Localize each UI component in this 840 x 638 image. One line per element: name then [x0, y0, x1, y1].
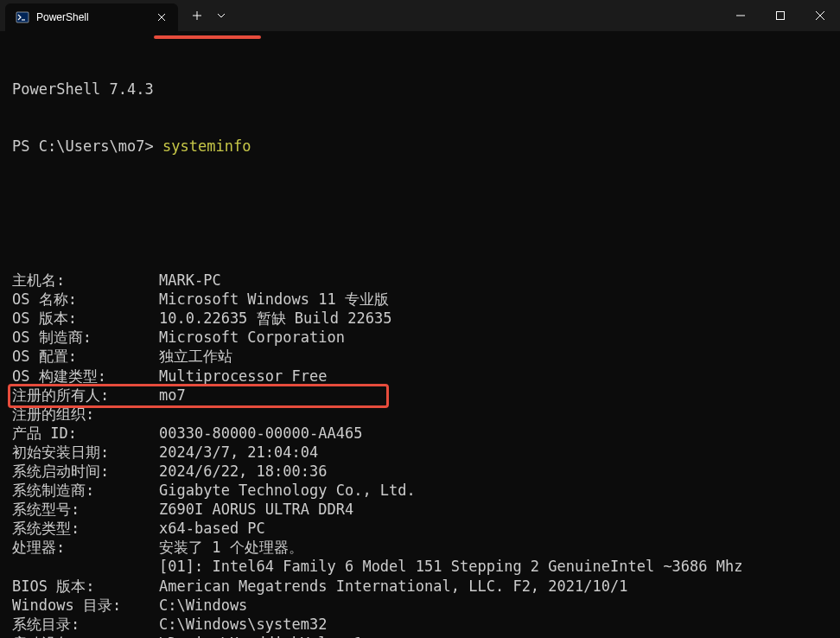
info-value: mo7: [159, 386, 186, 405]
tab-dropdown-button[interactable]: [211, 2, 232, 29]
info-label: Windows 目录:: [12, 596, 159, 615]
info-row: 注册的所有人:mo7: [12, 386, 828, 405]
command-text: systeminfo: [162, 137, 251, 155]
info-value: 安装了 1 个处理器。: [159, 538, 303, 557]
info-value: Gigabyte Technology Co., Ltd.: [159, 481, 416, 500]
info-label: 系统启动时间:: [12, 462, 159, 481]
info-label: OS 制造商:: [12, 328, 159, 347]
info-row: OS 配置:独立工作站: [12, 347, 828, 366]
info-row: OS 版本:10.0.22635 暂缺 Build 22635: [12, 309, 828, 328]
info-row: 系统启动时间:2024/6/22, 18:00:36: [12, 462, 828, 481]
info-label: OS 版本:: [12, 309, 159, 328]
info-value: \Device\HarddiskVolume1: [159, 634, 362, 638]
info-row: Windows 目录:C:\Windows: [12, 596, 828, 615]
info-row: BIOS 版本:American Megatrends Internationa…: [12, 577, 828, 596]
info-row: [01]: Intel64 Family 6 Model 151 Steppin…: [12, 557, 828, 576]
info-row: 系统型号:Z690I AORUS ULTRA DDR4: [12, 500, 828, 519]
info-row: OS 制造商:Microsoft Corporation: [12, 328, 828, 347]
info-row: 初始安装日期:2024/3/7, 21:04:04: [12, 443, 828, 462]
close-window-button[interactable]: [800, 0, 840, 31]
info-label: OS 名称:: [12, 290, 159, 309]
info-row: 启动设备:\Device\HarddiskVolume1: [12, 634, 828, 638]
blank-line: [12, 214, 828, 233]
info-label: 产品 ID:: [12, 424, 159, 443]
info-label: OS 配置:: [12, 347, 159, 366]
maximize-button[interactable]: [760, 0, 800, 31]
info-row: 系统目录:C:\Windows\system32: [12, 615, 828, 634]
info-label: 注册的所有人:: [12, 386, 159, 405]
version-line: PowerShell 7.4.3: [12, 80, 828, 99]
info-value: Microsoft Windows 11 专业版: [159, 290, 389, 309]
window-controls: [721, 0, 840, 31]
info-value: 独立工作站: [159, 347, 232, 366]
tab-title: PowerShell: [36, 11, 149, 23]
terminal-content[interactable]: PowerShell 7.4.3 PS C:\Users\mo7> system…: [0, 31, 840, 638]
info-label: 初始安装日期:: [12, 443, 159, 462]
info-label: 处理器:: [12, 538, 159, 557]
info-value: 2024/6/22, 18:00:36: [159, 462, 327, 481]
info-row: 系统类型:x64-based PC: [12, 519, 828, 538]
info-row: 注册的组织:: [12, 405, 828, 424]
info-label: BIOS 版本:: [12, 577, 159, 596]
info-value: Multiprocessor Free: [159, 367, 327, 386]
info-label: 主机名:: [12, 271, 159, 290]
svg-rect-0: [16, 12, 29, 22]
prompt-line: PS C:\Users\mo7> systeminfo: [12, 137, 828, 156]
tab-powershell[interactable]: PowerShell: [5, 3, 178, 31]
info-row: 主机名:MARK-PC: [12, 271, 828, 290]
info-value: MARK-PC: [159, 271, 221, 290]
info-value: Z690I AORUS ULTRA DDR4: [159, 500, 353, 519]
info-label: 系统制造商:: [12, 481, 159, 500]
close-icon[interactable]: [156, 11, 168, 23]
command-highlight-underline: [154, 35, 261, 39]
systeminfo-output: 主机名:MARK-PCOS 名称:Microsoft Windows 11 专业…: [12, 271, 828, 638]
info-label: 系统目录:: [12, 615, 159, 634]
info-label: OS 构建类型:: [12, 367, 159, 386]
info-value: American Megatrends International, LLC. …: [159, 577, 627, 596]
info-value: 10.0.22635 暂缺 Build 22635: [159, 309, 391, 328]
info-label: 注册的组织:: [12, 405, 159, 424]
info-label: [12, 557, 159, 576]
info-row: 产品 ID:00330-80000-00000-AA465: [12, 424, 828, 443]
prompt-path: C:\Users\mo7>: [39, 137, 162, 155]
info-value: C:\Windows\system32: [159, 615, 327, 634]
info-value: Microsoft Corporation: [159, 328, 345, 347]
prompt-ps: PS: [12, 137, 39, 155]
info-label: 启动设备:: [12, 634, 159, 638]
minimize-button[interactable]: [721, 0, 760, 31]
info-row: 处理器:安装了 1 个处理器。: [12, 538, 828, 557]
info-row: OS 构建类型:Multiprocessor Free: [12, 367, 828, 386]
info-value: 2024/3/7, 21:04:04: [159, 443, 318, 462]
powershell-icon: [16, 10, 29, 24]
info-value: x64-based PC: [159, 519, 265, 538]
info-label: 系统型号:: [12, 500, 159, 519]
new-tab-button[interactable]: [183, 2, 211, 29]
info-label: 系统类型:: [12, 519, 159, 538]
info-value: C:\Windows: [159, 596, 247, 615]
info-value: [01]: Intel64 Family 6 Model 151 Steppin…: [159, 557, 743, 576]
info-row: OS 名称:Microsoft Windows 11 专业版: [12, 290, 828, 309]
tabs-container: PowerShell: [0, 0, 232, 31]
info-value: 00330-80000-00000-AA465: [159, 424, 362, 443]
titlebar: PowerShell: [0, 0, 840, 31]
info-row: 系统制造商:Gigabyte Technology Co., Ltd.: [12, 481, 828, 500]
svg-rect-7: [777, 12, 785, 20]
